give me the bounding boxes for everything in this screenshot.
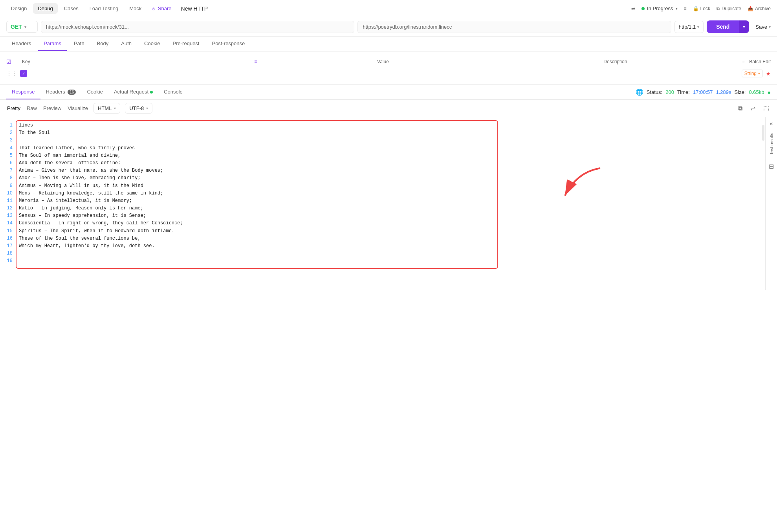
save-button[interactable]: Save ▾ [755,24,771,30]
tab-resp-cookie[interactable]: Cookie [81,85,108,99]
tab-design[interactable]: Design [6,3,31,14]
archive-icon: 📥 [748,6,753,11]
line-numbers: 1 2 3 4 5 6 7 8 9 10 11 12 13 14 15 16 1… [0,117,16,290]
tab-load-testing[interactable]: Load Testing [85,3,123,14]
status-badge[interactable]: In Progress ▾ [641,6,677,11]
format-tab-visualize[interactable]: Visualize [67,104,89,113]
format-type-chevron: ▾ [114,106,116,110]
tab-console[interactable]: Console [158,85,188,99]
sort-icon: ⇌ [631,6,635,11]
encoding-select[interactable]: UTF-8 ▾ [125,103,152,114]
tab-cookie[interactable]: Cookie [139,37,165,51]
tab-post-response[interactable]: Post-response [206,37,250,51]
param-row: ⋮⋮ ✓ String ▾ ★ [6,67,771,80]
method-chevron: ▾ [24,25,26,29]
status-stat-val: 200 [665,89,674,95]
tab-auth[interactable]: Auth [115,37,137,51]
collapse-panel-icon[interactable]: « [770,120,773,127]
tab-share[interactable]: ⎋ Share [148,3,176,14]
description-column-header: Description [499,59,731,64]
tab-headers[interactable]: Headers [6,37,37,51]
actual-request-dot [150,91,153,94]
layout-icon[interactable]: ⊟ [767,161,775,172]
url-input-1[interactable] [41,21,354,33]
response-tabs: Response Headers 16 Cookie Actual Reques… [6,85,636,99]
code-content[interactable]: lines To the Soul That learned Father, w… [16,117,765,290]
protocol-chevron: ▾ [697,25,699,29]
time-stat-val: 17:00:57 [693,89,713,95]
top-nav: Design Debug Cases Load Testing Mock ⎋ S… [0,0,777,17]
tab-cases[interactable]: Cases [59,3,83,14]
layout-grid-icon: ⊟ [769,163,774,170]
type-selector[interactable]: String ▾ [742,70,763,77]
lock-button[interactable]: 🔒 Lock [693,6,710,11]
test-results-label[interactable]: Test results [768,130,775,158]
save-response-icon: ⬚ [763,105,769,112]
send-button-group: Send ▾ [707,20,749,33]
send-button[interactable]: Send [707,20,739,33]
request-tabs: Headers Params Path Body Auth Cookie Pre… [0,37,777,51]
size-stat-dot: ● [768,89,771,95]
duplicate-icon: ⧉ [717,6,720,11]
tab-params[interactable]: Params [38,37,67,51]
vertical-scrollbar[interactable] [762,125,764,141]
duration-stat-val: 1.289s [716,89,731,95]
tab-debug[interactable]: Debug [33,3,57,14]
value-align-icon: ≡ [254,59,257,64]
code-area: 1 2 3 4 5 6 7 8 9 10 11 12 13 14 15 16 1… [0,117,765,290]
status-label: In Progress [647,6,673,11]
row-checkbox[interactable]: ✓ [20,70,27,77]
page-title: New HTTP [181,6,208,12]
main-content: 1 2 3 4 5 6 7 8 9 10 11 12 13 14 15 16 1… [0,117,777,290]
protocol-label: http/1.1 [679,24,696,30]
status-dot [641,7,645,10]
share-icon: ⎋ [152,6,155,11]
format-tab-preview[interactable]: Preview [42,104,62,113]
format-tab-pretty[interactable]: Pretty [6,104,21,113]
encoding-chevron: ▾ [146,106,148,110]
check-all-icon: ☑ [6,59,11,65]
value-column-header: Value [267,59,499,64]
size-stat-label: Size: [735,89,746,95]
batch-edit-label[interactable]: Batch Edit [749,59,771,64]
tab-mock[interactable]: Mock [125,3,146,14]
params-area: ☑ Key ≡ Value Description ··· Batch Edit… [0,51,777,85]
dots-icon: ··· [742,59,746,64]
archive-button[interactable]: 📥 Archive [748,6,771,11]
time-stat-label: Time: [677,89,690,95]
code-panel: 1 2 3 4 5 6 7 8 9 10 11 12 13 14 15 16 1… [0,117,765,290]
equalizer-button[interactable]: ≡ [684,6,687,11]
type-chevron: ▾ [758,72,760,75]
tab-actual-request[interactable]: Actual Request [108,85,158,99]
format-type-select[interactable]: HTML ▾ [93,103,120,114]
tab-response[interactable]: Response [6,85,40,99]
wrap-button[interactable]: ⇌ [749,103,757,114]
format-tab-raw[interactable]: Raw [26,104,38,113]
send-dropdown[interactable]: ▾ [739,20,749,33]
tab-body[interactable]: Body [92,37,114,51]
status-chevron: ▾ [676,6,678,11]
save-response-button[interactable]: ⬚ [762,103,771,114]
url-input-2[interactable] [357,21,671,33]
tab-pre-request[interactable]: Pre-request [167,37,205,51]
globe-icon: 🌐 [636,88,643,96]
save-chevron: ▾ [769,25,771,29]
params-header: ☑ Key ≡ Value Description ··· Batch Edit [6,56,771,67]
right-panel: « Test results ⊟ [765,117,777,290]
tab-resp-headers[interactable]: Headers 16 [40,85,82,99]
duplicate-button[interactable]: ⧉ Duplicate [717,6,741,11]
response-body-bar: Pretty Raw Preview Visualize HTML ▾ UTF-… [0,100,777,117]
copy-button[interactable]: ⧉ [737,103,744,114]
status-stat-label: Status: [647,89,662,95]
sort-button[interactable]: ⇌ [631,6,635,11]
wrap-icon: ⇌ [750,105,755,112]
method-select[interactable]: GET ▾ [6,21,38,33]
size-stat-val: 0.65kb [749,89,764,95]
protocol-select[interactable]: http/1.1 ▾ [674,21,704,33]
copy-icon: ⧉ [738,105,742,112]
drag-handle[interactable]: ⋮⋮ [6,70,17,77]
lock-icon: 🔒 [693,6,699,11]
response-tabs-area: Response Headers 16 Cookie Actual Reques… [0,85,777,100]
method-label: GET [11,24,22,30]
tab-path[interactable]: Path [68,37,90,51]
